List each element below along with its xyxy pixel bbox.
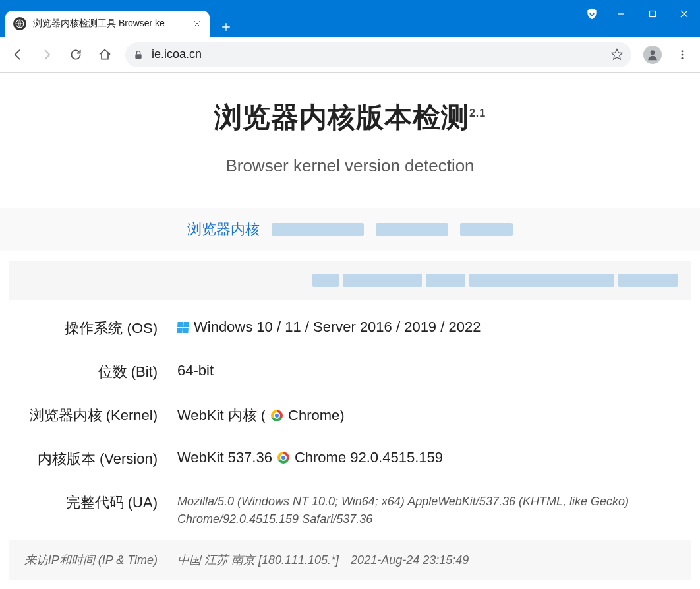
svg-rect-2: [135, 54, 141, 59]
value-kernel-prefix: WebKit 内核 (: [177, 406, 266, 425]
value-ua: Mozilla/5.0 (Windows NT 10.0; Win64; x64…: [177, 493, 684, 528]
svg-point-5: [682, 53, 684, 55]
reload-button[interactable]: [63, 42, 88, 67]
browser-tab[interactable]: 浏览器内核检测工具 Browser ke: [5, 11, 210, 37]
page-viewport[interactable]: 浏览器内核版本检测2.1 Browser kernel version dete…: [0, 73, 700, 589]
redacted-block: [618, 274, 678, 287]
row-ua: 完整代码 (UA) Mozilla/5.0 (Windows NT 10.0; …: [9, 481, 691, 540]
svg-point-6: [682, 57, 684, 59]
nav-section: 浏览器内核: [0, 208, 700, 251]
profile-avatar[interactable]: [643, 46, 662, 64]
value-version-prefix: WebKit 537.36: [177, 449, 272, 466]
browser-toolbar: ie.icoa.cn: [0, 37, 700, 73]
value-version-browser: Chrome 92.0.4515.159: [295, 449, 443, 466]
page-content: 浏览器内核版本检测2.1 Browser kernel version dete…: [0, 73, 700, 580]
label-ua: 完整代码 (UA): [16, 493, 177, 512]
tab-favicon-icon: [13, 17, 26, 30]
value-os-text: Windows 10 / 11 / Server 2016 / 2019 / 2…: [194, 319, 481, 336]
value-version: WebKit 537.36 Chrome 92.0.4515.159: [177, 449, 684, 466]
page-title: 浏览器内核版本检测2.1: [0, 99, 700, 136]
address-bar[interactable]: ie.icoa.cn: [125, 42, 631, 67]
tab-strip: 浏览器内核检测工具 Browser ke: [0, 0, 579, 37]
value-ip-time: 2021-Aug-24 23:15:49: [351, 553, 469, 567]
redacted-block: [312, 274, 339, 287]
new-tab-button[interactable]: [216, 17, 236, 37]
redacted-block: [343, 274, 422, 287]
redacted-block: [469, 274, 614, 287]
lock-icon: [133, 49, 144, 60]
value-kernel: WebKit 内核 ( Chrome): [177, 406, 684, 425]
page-title-text: 浏览器内核版本检测: [214, 102, 469, 133]
row-ip: 来访IP和时间 (IP & Time) 中国 江苏 南京 [180.111.10…: [9, 540, 691, 580]
value-ip-location: 中国 江苏 南京 [180.111.105.*]: [177, 552, 339, 568]
detail-table: 操作系统 (OS) Windows 10 / 11 / Server 2016 …: [9, 307, 691, 580]
window-minimize-button[interactable]: [605, 0, 637, 28]
label-bit: 位数 (Bit): [16, 362, 177, 382]
shield-dropdown-icon[interactable]: [579, 0, 605, 28]
home-button[interactable]: [92, 42, 117, 67]
svg-point-4: [682, 50, 684, 52]
windows-icon: [177, 322, 189, 333]
redacted-block: [376, 223, 448, 236]
window-titlebar: 浏览器内核检测工具 Browser ke: [0, 0, 700, 37]
value-os: Windows 10 / 11 / Server 2016 / 2019 / 2…: [177, 319, 684, 336]
redacted-block: [426, 274, 465, 287]
chrome-icon: [277, 452, 289, 464]
window-controls: [579, 0, 700, 28]
tab-title: 浏览器内核检测工具 Browser ke: [33, 18, 191, 30]
svg-point-3: [651, 50, 655, 55]
url-text: ie.icoa.cn: [152, 47, 202, 61]
value-ip: 中国 江苏 南京 [180.111.105.*] 2021-Aug-24 23:…: [177, 552, 684, 568]
value-kernel-browser: Chrome): [288, 407, 345, 424]
row-kernel: 浏览器内核 (Kernel) WebKit 内核 ( Chrome): [9, 394, 691, 437]
svg-rect-1: [650, 11, 656, 17]
page-version-sup: 2.1: [469, 108, 486, 119]
back-button[interactable]: [5, 42, 30, 67]
tab-close-button[interactable]: [191, 18, 203, 30]
forward-button[interactable]: [34, 42, 59, 67]
menu-button[interactable]: [670, 42, 695, 67]
label-version: 内核版本 (Version): [16, 449, 177, 469]
page-subtitle: Browser kernel version detection: [0, 156, 700, 176]
row-os: 操作系统 (OS) Windows 10 / 11 / Server 2016 …: [9, 307, 691, 350]
info-banner: [9, 261, 691, 300]
nav-link-kernel[interactable]: 浏览器内核: [187, 220, 260, 239]
redacted-block: [272, 223, 364, 236]
chrome-icon: [271, 410, 283, 421]
label-kernel: 浏览器内核 (Kernel): [16, 406, 177, 425]
info-area: 操作系统 (OS) Windows 10 / 11 / Server 2016 …: [0, 261, 700, 580]
row-bit: 位数 (Bit) 64-bit: [9, 350, 691, 394]
redacted-block: [460, 223, 513, 236]
label-ip: 来访IP和时间 (IP & Time): [16, 552, 177, 568]
window-maximize-button[interactable]: [637, 0, 668, 28]
row-version: 内核版本 (Version) WebKit 537.36 Chrome 92.0…: [9, 437, 691, 481]
bookmark-star-icon[interactable]: [610, 48, 624, 61]
value-bit: 64-bit: [177, 362, 684, 379]
window-close-button[interactable]: [668, 0, 700, 28]
label-os: 操作系统 (OS): [16, 319, 177, 338]
